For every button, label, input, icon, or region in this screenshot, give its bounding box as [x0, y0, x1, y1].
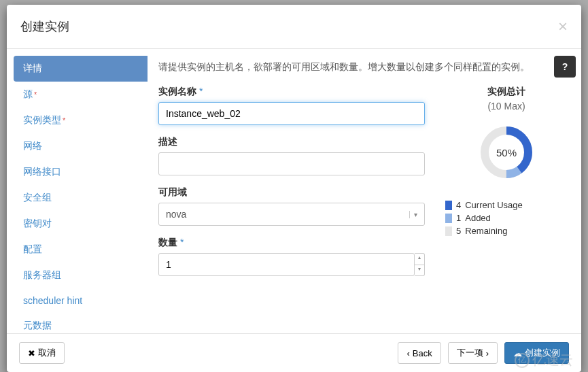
- sidebar-item-server-group[interactable]: 服务器组: [14, 263, 148, 288]
- next-button[interactable]: 下一项›: [448, 342, 498, 364]
- description-input[interactable]: [158, 152, 425, 175]
- chevron-right-icon: ›: [486, 348, 489, 358]
- usage-donut-chart: 50%: [479, 125, 534, 180]
- cancel-button[interactable]: ✖取消: [19, 342, 65, 364]
- availability-zone-label: 可用域: [158, 186, 425, 199]
- wizard-content: ? 请提供实例的主机名，欲部署的可用区域和数量。增大数量以创建多个同样配置的实例…: [148, 49, 581, 333]
- create-instance-modal: 创建实例 × 详情 源* 实例类型* 网络 网络接口 安全组 密钥对 配置 服务…: [7, 5, 581, 372]
- description-label: 描述: [158, 136, 425, 148]
- chart-legend: 4Current Usage 1Added 5Remaining: [445, 200, 568, 236]
- chevron-left-icon: ‹: [407, 348, 409, 358]
- wizard-sidebar: 详情 源* 实例类型* 网络 网络接口 安全组 密钥对 配置 服务器组 sche…: [7, 49, 148, 333]
- count-decrement[interactable]: ▾: [415, 265, 424, 276]
- sidebar-item-flavor[interactable]: 实例类型*: [14, 107, 148, 133]
- legend-current-usage: 4Current Usage: [445, 200, 568, 210]
- instance-name-input[interactable]: [158, 102, 425, 125]
- step-description: 请提供实例的主机名，欲部署的可用区域和数量。增大数量以创建多个同样配置的实例。: [158, 61, 568, 73]
- donut-percent: 50%: [496, 147, 517, 158]
- modal-header: 创建实例 ×: [7, 5, 581, 49]
- availability-zone-select[interactable]: nova ▾: [158, 203, 425, 226]
- help-icon[interactable]: ?: [554, 56, 576, 78]
- summary-title: 实例总计: [445, 86, 568, 98]
- sidebar-item-source[interactable]: 源*: [14, 82, 148, 107]
- sidebar-item-scheduler-hint[interactable]: scheduler hint: [14, 288, 148, 313]
- chevron-down-icon: ▾: [409, 211, 417, 218]
- sidebar-item-security-groups[interactable]: 安全组: [14, 185, 148, 211]
- modal-title: 创建实例: [20, 18, 69, 35]
- required-asterisk: *: [63, 116, 65, 124]
- sidebar-item-metadata[interactable]: 元数据: [14, 313, 148, 333]
- count-input[interactable]: [158, 253, 415, 276]
- close-icon[interactable]: ×: [558, 17, 568, 36]
- modal-footer: ✖取消 ‹Back 下一项› ☁创建实例 亿亿速云: [7, 333, 581, 372]
- count-increment[interactable]: ▴: [415, 254, 424, 265]
- sidebar-item-keypair[interactable]: 密钥对: [14, 211, 148, 237]
- sidebar-item-ports[interactable]: 网络接口: [14, 159, 148, 185]
- legend-remaining: 5Remaining: [445, 226, 568, 236]
- summary-max: (10 Max): [445, 101, 568, 112]
- instance-summary: 实例总计 (10 Max) 50% 4Current Usage 1Added: [445, 86, 568, 287]
- sidebar-item-details[interactable]: 详情: [14, 56, 148, 82]
- sidebar-item-configuration[interactable]: 配置: [14, 237, 148, 263]
- legend-added: 1Added: [445, 213, 568, 223]
- instance-name-label: 实例名称 *: [158, 86, 425, 98]
- close-icon: ✖: [28, 348, 35, 358]
- count-label: 数量 *: [158, 237, 425, 249]
- back-button[interactable]: ‹Back: [398, 342, 440, 364]
- sidebar-item-network[interactable]: 网络: [14, 133, 148, 159]
- cloud-upload-icon: ☁: [513, 348, 522, 358]
- required-asterisk: *: [34, 90, 37, 99]
- create-instance-button[interactable]: ☁创建实例: [504, 342, 569, 364]
